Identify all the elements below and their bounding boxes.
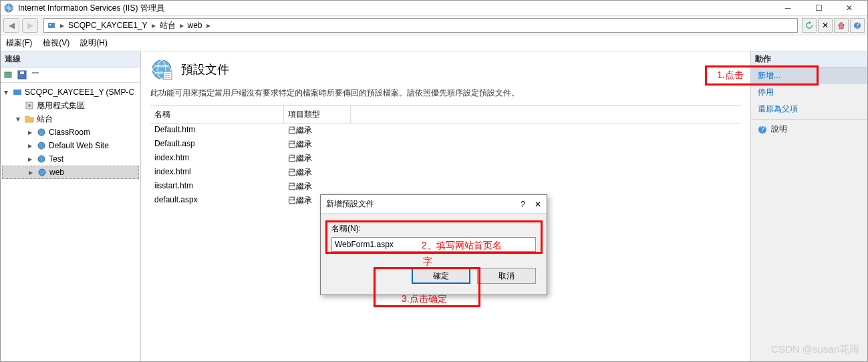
tree-label: Default Web Site <box>49 141 109 150</box>
column-name[interactable]: 名稱 <box>150 106 284 123</box>
add-default-document-dialog: 新增預設文件 ? ✕ 名稱(N): 確定 取消 <box>320 194 547 295</box>
maximize-button[interactable]: ☐ <box>803 1 834 15</box>
name-input[interactable] <box>331 237 536 252</box>
tree-site[interactable]: ▸ClassRoom <box>2 126 139 139</box>
chevron-icon: ▸ <box>60 21 64 30</box>
dialog-close-button[interactable]: ✕ <box>535 200 541 209</box>
watermark: CSDN @susan花雨 <box>771 343 859 356</box>
page-description: 此功能可用來指定當用戶端沒有要求特定的檔案時所要傳回的預設檔案。請依照優先順序設… <box>150 87 741 99</box>
svg-rect-5 <box>5 72 11 77</box>
home-button[interactable] <box>834 18 849 33</box>
svg-rect-7 <box>20 71 24 74</box>
tree-site-selected[interactable]: ▸web <box>2 166 139 179</box>
pool-icon <box>24 100 35 111</box>
tree-label: SCQPC_KAYCEE1_Y (SMP-C <box>25 87 134 97</box>
globe-icon <box>36 127 47 138</box>
menu-bar: 檔案(F) 檢視(V) 說明(H) <box>1 35 867 51</box>
list-item[interactable]: iisstart.htm已繼承 <box>150 180 741 194</box>
tree-server[interactable]: ▾ SCQPC_KAYCEE1_Y (SMP-C <box>2 85 139 99</box>
server-icon <box>12 87 23 98</box>
page-icon <box>150 58 173 81</box>
globe-icon <box>36 140 47 151</box>
dialog-title: 新增預設文件 <box>326 198 374 210</box>
tree-label: 站台 <box>37 114 53 125</box>
document-list: 名稱 項目類型 Default.htm已繼承 Default.asp已繼承 in… <box>150 106 741 208</box>
ok-button[interactable]: 確定 <box>412 268 470 284</box>
svg-point-13 <box>38 142 45 149</box>
window-title: Internet Information Services (IIS) 管理員 <box>18 3 164 14</box>
breadcrumb-root-icon <box>47 21 56 30</box>
tree-site[interactable]: ▸Test <box>2 152 139 166</box>
refresh-button[interactable] <box>802 18 817 33</box>
tree-label: Test <box>49 154 63 164</box>
menu-view[interactable]: 檢視(V) <box>43 37 69 49</box>
tree-sites[interactable]: ▾ 站台 <box>2 112 139 126</box>
list-item[interactable]: Default.htm已繼承 <box>150 124 741 138</box>
tree-label: web <box>49 168 64 177</box>
tree-label: 應用程式集區 <box>37 100 85 112</box>
list-item[interactable]: index.html已繼承 <box>150 166 741 180</box>
breadcrumb-item[interactable]: web <box>188 21 202 30</box>
globe-icon <box>37 167 47 178</box>
actions-header: 動作 <box>751 51 867 67</box>
cancel-button[interactable]: 取消 <box>477 268 536 284</box>
back-button[interactable]: ◀ <box>3 18 19 33</box>
connect-icon[interactable] <box>3 69 14 80</box>
folder-icon <box>24 114 35 124</box>
svg-point-12 <box>38 129 45 136</box>
collapse-icon[interactable]: ▾ <box>2 87 10 97</box>
app-icon <box>3 3 14 13</box>
tree-app-pools[interactable]: 應用程式集區 <box>2 99 139 112</box>
title-bar: Internet Information Services (IIS) 管理員 … <box>1 1 867 15</box>
name-label: 名稱(N): <box>331 223 536 234</box>
menu-help[interactable]: 說明(H) <box>80 37 108 49</box>
list-item[interactable]: index.htm已繼承 <box>150 152 741 166</box>
save-icon[interactable] <box>17 69 27 80</box>
expand-icon[interactable]: ▸ <box>26 128 34 137</box>
svg-point-14 <box>38 156 45 162</box>
svg-rect-9 <box>13 89 21 95</box>
action-add[interactable]: 新增... <box>751 67 867 84</box>
forward-button[interactable]: ▶ <box>22 18 38 33</box>
delete-icon[interactable] <box>30 69 41 80</box>
action-disable[interactable]: 停用 <box>751 84 867 101</box>
breadcrumb-item[interactable]: 站台 <box>160 20 176 31</box>
dialog-help-button[interactable]: ? <box>521 200 525 209</box>
chevron-icon: ▸ <box>180 21 184 30</box>
tree-site[interactable]: ▸Default Web Site <box>2 139 139 152</box>
tree: ▾ SCQPC_KAYCEE1_Y (SMP-C 應用程式集區 ▾ 站台 ▸Cl… <box>1 83 140 182</box>
svg-rect-1 <box>48 23 55 28</box>
svg-text:?: ? <box>855 21 860 29</box>
help-button[interactable]: ? <box>850 18 865 33</box>
expand-icon[interactable]: ▸ <box>26 154 34 164</box>
svg-point-11 <box>28 104 31 107</box>
action-help[interactable]: ? 說明 <box>751 121 867 138</box>
chevron-icon: ▸ <box>206 21 210 30</box>
breadcrumb-item[interactable]: SCQPC_KAYCEE1_Y <box>68 21 148 30</box>
action-revert[interactable]: 還原為父項 <box>751 101 867 118</box>
column-type[interactable]: 項目類型 <box>284 106 351 123</box>
chevron-icon: ▸ <box>152 21 156 30</box>
tree-label: ClassRoom <box>49 128 90 137</box>
nav-bar: ◀ ▶ ▸ SCQPC_KAYCEE1_Y ▸ 站台 ▸ web ▸ ✕ ? <box>1 15 867 35</box>
globe-icon <box>36 154 47 164</box>
svg-rect-8 <box>32 72 39 73</box>
connections-pane: 連線 ▾ SCQPC_KAYCEE1_Y (SMP-C 應用程式集區 ▾ 站台 <box>1 51 141 361</box>
actions-pane: 動作 新增... 停用 還原為父項 ? 說明 <box>750 51 867 361</box>
stop-button[interactable]: ✕ <box>818 18 833 33</box>
close-button[interactable]: ✕ <box>834 1 865 15</box>
svg-rect-2 <box>49 24 51 25</box>
help-icon: ? <box>758 125 767 134</box>
collapse-icon[interactable]: ▾ <box>14 114 22 124</box>
expand-icon[interactable]: ▸ <box>27 168 35 177</box>
svg-point-15 <box>39 169 45 176</box>
list-item[interactable]: Default.asp已繼承 <box>150 138 741 152</box>
address-bar[interactable]: ▸ SCQPC_KAYCEE1_Y ▸ 站台 ▸ web ▸ <box>43 18 798 33</box>
minimize-button[interactable]: ─ <box>772 1 803 15</box>
menu-file[interactable]: 檔案(F) <box>6 37 32 49</box>
page-title: 預設文件 <box>181 61 229 77</box>
connections-header: 連線 <box>1 51 140 67</box>
expand-icon[interactable]: ▸ <box>26 141 34 150</box>
svg-text:?: ? <box>760 125 765 134</box>
